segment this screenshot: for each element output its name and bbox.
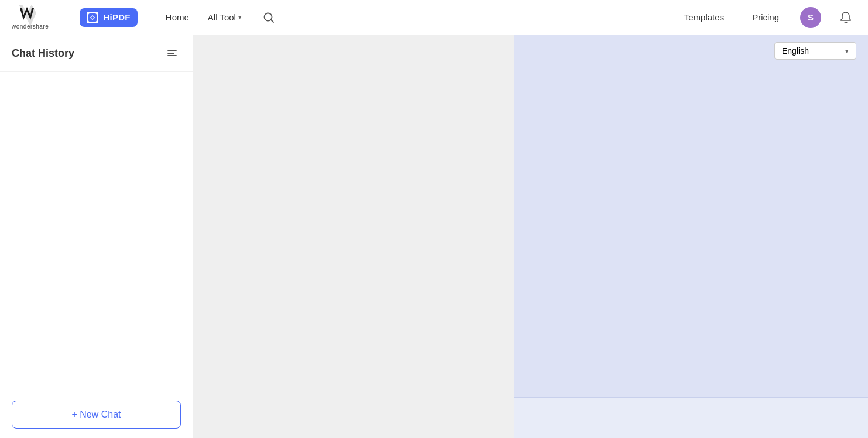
language-selector[interactable]: English ▾: [774, 42, 856, 60]
sidebar-footer: + New Chat: [0, 391, 193, 438]
collapse-icon: [166, 47, 179, 60]
wondershare-logo[interactable]: wondershare: [12, 5, 49, 30]
nav-divider: [64, 7, 64, 28]
svg-marker-0: [19, 5, 36, 26]
right-panel-input-area: [514, 397, 868, 438]
brand-area: wondershare HiPDF: [12, 5, 138, 30]
sidebar: Chat History + New Chat: [0, 35, 193, 438]
nav-all-tool[interactable]: All Tool ▾: [201, 9, 249, 26]
new-chat-button[interactable]: + New Chat: [12, 401, 181, 429]
right-panel: English ▾: [514, 35, 868, 438]
sidebar-header: Chat History: [0, 35, 193, 72]
center-panel: [193, 35, 514, 438]
right-panel-header: English ▾: [514, 35, 868, 67]
nav-templates[interactable]: Templates: [677, 9, 731, 26]
hipdf-badge[interactable]: HiPDF: [80, 8, 138, 27]
chevron-down-icon: ▾: [238, 13, 242, 21]
nav-home[interactable]: Home: [159, 9, 196, 26]
user-avatar[interactable]: S: [800, 7, 821, 28]
svg-line-3: [271, 20, 273, 22]
hipdf-label: HiPDF: [103, 12, 131, 22]
main-container: Chat History + New Chat English: [0, 35, 868, 438]
wondershare-text: wondershare: [12, 23, 49, 30]
bell-icon: [839, 11, 852, 24]
sidebar-content: [0, 72, 193, 391]
chevron-down-icon: ▾: [845, 47, 849, 55]
sidebar-collapse-button[interactable]: [163, 44, 181, 62]
bell-button[interactable]: [835, 7, 856, 28]
nav-pricing[interactable]: Pricing: [745, 9, 786, 26]
search-icon: [263, 12, 275, 23]
language-value: English: [782, 46, 809, 56]
nav-links: Home All Tool ▾: [159, 8, 282, 27]
search-button[interactable]: [256, 8, 282, 27]
right-panel-body: [514, 67, 868, 397]
navbar-right: Templates Pricing S: [677, 7, 856, 28]
hipdf-icon: [87, 12, 98, 23]
sidebar-title: Chat History: [12, 47, 74, 60]
top-navbar: wondershare HiPDF Home All Tool ▾: [0, 0, 868, 35]
